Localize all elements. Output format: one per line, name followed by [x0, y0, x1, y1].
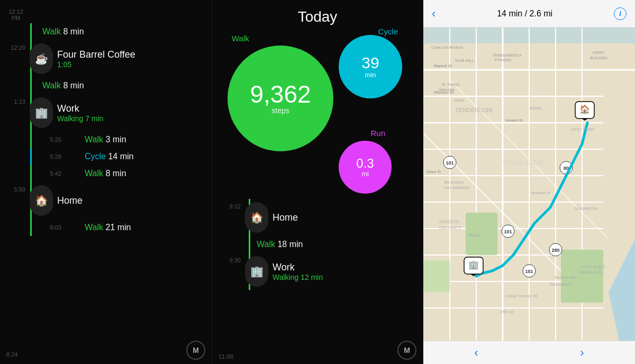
- svg-text:Civic Auditorium: Civic Auditorium: [443, 186, 470, 189]
- activity-time: 5:25: [42, 136, 61, 143]
- svg-text:PYRAMID: PYRAMID: [495, 58, 512, 62]
- work-icon: 🏢: [35, 106, 48, 119]
- place-time: 9:30: [219, 253, 241, 263]
- activity-time: 8:03: [42, 224, 61, 231]
- activity-detail: 8 min: [63, 27, 84, 36]
- svg-text:St. Francis: St. Francis: [442, 83, 460, 86]
- today-timeline: 9:12 🏠 Home Walk 18 min 9:30 🏢: [212, 199, 423, 364]
- timeline-header: 12:12PM: [0, 0, 212, 23]
- timeline-scroll[interactable]: Walk 8 min 12:20 ☕ Four Barrel Coffee 1:…: [0, 23, 212, 364]
- place-icon-node: ☕: [30, 43, 53, 74]
- map-next-button[interactable]: ›: [559, 346, 605, 360]
- place-time: 1:13: [6, 94, 25, 105]
- activity-label: Walk: [85, 169, 103, 178]
- svg-text:Tartine: Tartine: [468, 233, 482, 238]
- coffee-icon: ☕: [35, 52, 48, 65]
- motorola-badge: M: [186, 341, 205, 360]
- motorola-badge-2: M: [397, 341, 416, 360]
- svg-text:Medical Cent...: Medical Cent...: [579, 270, 604, 274]
- place-content: Work Walking 12 min: [273, 262, 323, 281]
- svg-text:101: 101: [525, 269, 533, 274]
- walk-steps: 9,362: [250, 82, 311, 106]
- activity-walk-2: Walk 8 min: [0, 77, 212, 94]
- svg-text:🏠: 🏠: [579, 104, 590, 114]
- home-icon: 🏠: [250, 211, 264, 224]
- activity-detail: 3 min: [105, 135, 126, 144]
- today-title: Today: [298, 8, 338, 25]
- place-icon-node: 🏢: [245, 256, 268, 287]
- svg-text:101: 101: [504, 229, 512, 234]
- activity-walk-1: Walk 8 min: [0, 23, 212, 40]
- activity-detail: 18 min: [277, 240, 303, 249]
- svg-text:Civic: Civic: [455, 98, 464, 103]
- activity-detail: 14 min: [108, 152, 133, 161]
- place-name: Home: [57, 195, 205, 206]
- header-time: 12:12PM: [6, 4, 25, 21]
- place-name: Work: [57, 103, 205, 114]
- map-back-button[interactable]: ‹: [432, 7, 436, 21]
- svg-text:AT&T PARK: AT&T PARK: [572, 127, 595, 132]
- run-value: 0.3: [356, 157, 374, 170]
- today-tl-inner: 9:12 🏠 Home Walk 18 min 9:30 🏢: [212, 199, 423, 290]
- svg-text:280: 280: [551, 248, 559, 253]
- today-bottom-time: 11:08: [219, 353, 233, 360]
- svg-text:Potrero Hill: Potrero Hill: [555, 275, 576, 280]
- svg-text:BUILDING: BUILDING: [590, 56, 607, 60]
- place-icon-node: 🏠: [30, 185, 53, 216]
- activity-walk-3: 5:25 Walk 3 min: [0, 131, 212, 148]
- svg-text:Geary St: Geary St: [426, 170, 441, 174]
- svg-text:DISTRICT: DISTRICT: [439, 225, 461, 231]
- place-name: Home: [273, 212, 298, 223]
- place-name: Work: [273, 262, 323, 273]
- svg-rect-22: [423, 260, 450, 292]
- svg-text:SOMA: SOMA: [529, 106, 542, 111]
- map-header: ‹ 14 min / 2.6 mi i: [423, 0, 635, 28]
- map-info-button[interactable]: i: [614, 7, 627, 20]
- svg-text:TRANSAMERICA: TRANSAMERICA: [492, 53, 522, 57]
- place-time: 9:12: [219, 199, 241, 210]
- svg-text:Recreation: Recreation: [550, 282, 571, 287]
- place-name: Four Barrel Coffee: [57, 49, 205, 60]
- activity-time: 5:28: [42, 153, 61, 160]
- run-label: Run: [370, 129, 385, 138]
- work-icon: 🏢: [250, 265, 264, 278]
- svg-text:101: 101: [446, 160, 453, 166]
- activity-cycle: 5:28 Cycle 14 min: [0, 148, 212, 165]
- activity-label: Walk: [42, 81, 61, 90]
- activity-label: Walk: [42, 27, 61, 36]
- cycle-line-segment: [30, 148, 32, 165]
- svg-text:25th St: 25th St: [500, 310, 514, 314]
- place-icon-node: 🏠: [245, 202, 268, 233]
- activity-time: 5:42: [42, 170, 61, 177]
- home-icon: 🏠: [35, 194, 48, 207]
- place-sub: Walking 12 min: [273, 273, 323, 281]
- svg-text:Memorial: Memorial: [439, 88, 455, 92]
- svg-text:Bill Graham: Bill Graham: [444, 180, 464, 184]
- activity-detail: 8 min: [63, 81, 84, 90]
- svg-text:Cable Car Museum: Cable Car Museum: [431, 46, 463, 49]
- panel-timeline: 12:12PM Walk 8 min 12:20 ☕ Four Barrel C…: [0, 0, 212, 364]
- place-sub: Walking 7 min: [57, 114, 205, 123]
- svg-text:TENDERLOIN: TENDERLOIN: [455, 107, 493, 113]
- svg-text:Market St: Market St: [434, 63, 452, 68]
- panel-map: ‹ 14 min / 2.6 mi i: [423, 0, 635, 364]
- today-footer: M: [397, 341, 416, 360]
- place-content: Home: [273, 212, 298, 223]
- place-time: 12:20: [6, 40, 25, 51]
- svg-text:🏢: 🏢: [468, 260, 479, 270]
- bubbles-area: Walk Cycle Run 9,362 steps 39 min 0.3 mi: [217, 30, 418, 199]
- walk-unit: steps: [271, 106, 289, 115]
- map-prev-button[interactable]: ‹: [453, 346, 499, 360]
- map-title-area: 14 min / 2.6 mi: [497, 9, 552, 19]
- svg-text:FERRY: FERRY: [593, 51, 605, 54]
- cycle-value: 39: [361, 55, 379, 71]
- panel-footer: M: [186, 341, 205, 360]
- svg-text:MISSION: MISSION: [439, 219, 459, 224]
- walk-bubble: 9,362 steps: [228, 46, 333, 151]
- place-content: Home: [57, 193, 205, 208]
- activity-walk-4: 5:42 Walk 8 min: [0, 165, 212, 182]
- cycle-label: Cycle: [378, 27, 398, 36]
- svg-text:Cesar Chavez St: Cesar Chavez St: [505, 294, 538, 298]
- place-duration: 1:05: [57, 60, 205, 69]
- place-content: Work Walking 7 min: [57, 101, 205, 125]
